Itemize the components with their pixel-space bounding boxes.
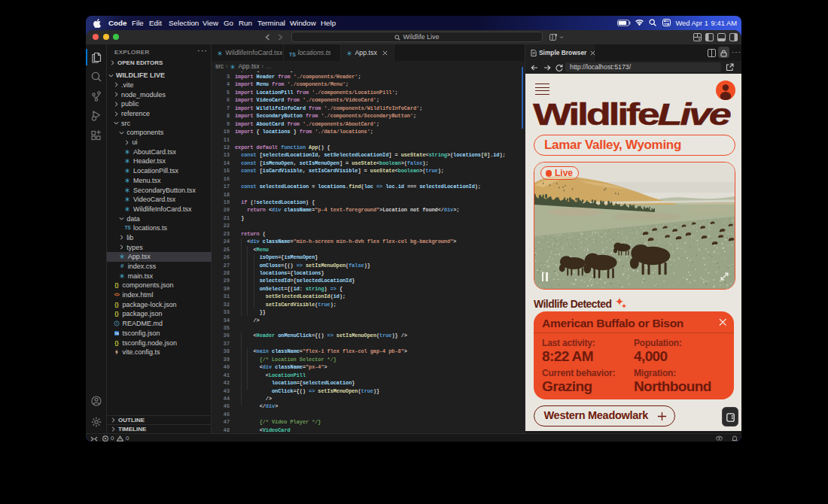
svg-text:TS: TS (114, 332, 118, 335)
